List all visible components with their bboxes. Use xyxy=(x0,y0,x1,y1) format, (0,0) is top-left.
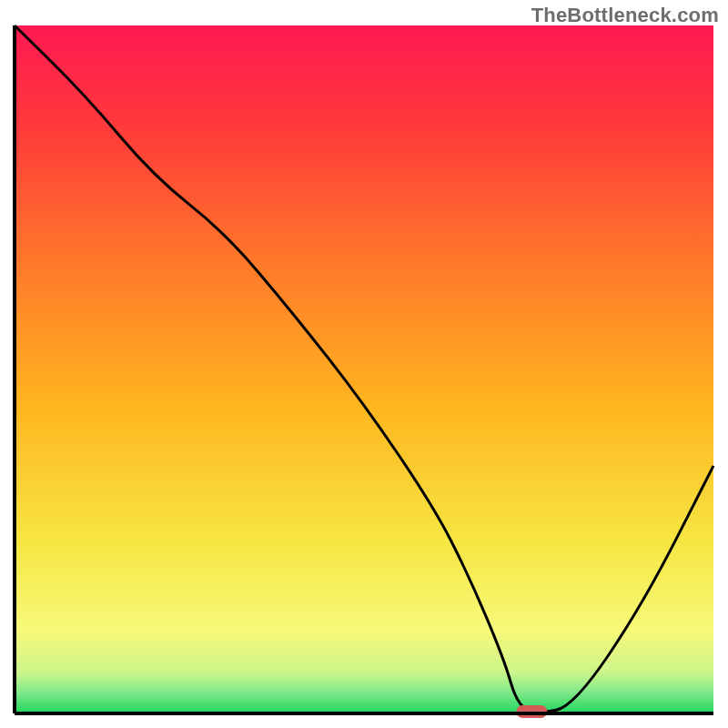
watermark-text: TheBottleneck.com xyxy=(531,4,719,27)
chart-plot xyxy=(15,25,713,713)
chart-background xyxy=(15,25,713,713)
chart-container: TheBottleneck.com xyxy=(0,0,728,728)
